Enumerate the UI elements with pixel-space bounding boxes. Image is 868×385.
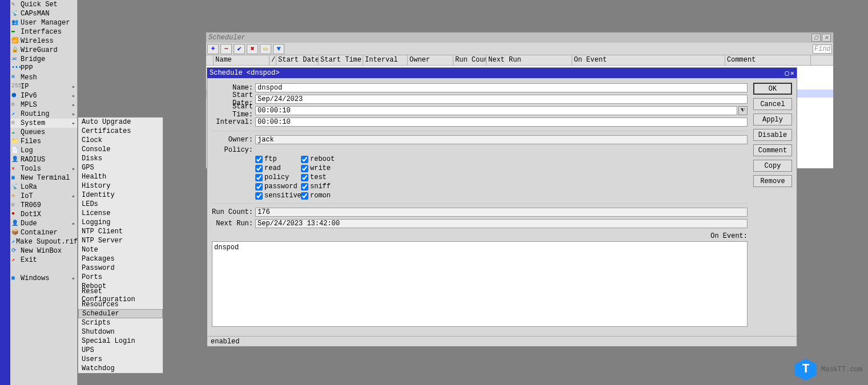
sidebar-item-lora[interactable]: 📡LoRa — [10, 183, 77, 192]
submenu-item-scheduler[interactable]: Scheduler — [78, 309, 163, 318]
sidebar-item-interfaces[interactable]: ▬Interfaces — [10, 27, 77, 37]
comment-action-button[interactable]: Comment — [753, 144, 792, 156]
submenu-item-ups[interactable]: UPS — [78, 346, 163, 355]
policy-write[interactable]: write — [301, 164, 347, 172]
header-/[interactable]: / — [270, 55, 276, 65]
sidebar-item-system[interactable]: ⚙System▸ — [10, 119, 77, 128]
sidebar-item-make-supout.rif[interactable]: ↗Make Supout.rif — [10, 237, 77, 246]
submenu-item-gps[interactable]: GPS — [78, 163, 163, 172]
header-next-run[interactable]: Next Run — [487, 55, 572, 65]
submenu-item-watchdog[interactable]: Watchdog — [78, 364, 163, 373]
sidebar-item-log[interactable]: 📄Log — [10, 146, 77, 155]
sidebar-item-radius[interactable]: 👤RADIUS — [10, 155, 77, 164]
policy-read[interactable]: read — [255, 164, 301, 172]
header-run-count[interactable]: Run Count — [453, 55, 487, 65]
sidebar-item-quick-set[interactable]: ✎Quick Set — [10, 0, 77, 9]
submenu-item-ntp-server[interactable]: NTP Server — [78, 236, 163, 245]
header-comment[interactable]: Comment — [725, 55, 811, 65]
sidebar-item-user-manager[interactable]: 👥User Manager — [10, 18, 77, 27]
apply-button[interactable]: Apply — [753, 114, 792, 125]
submenu-item-auto-upgrade[interactable]: Auto Upgrade — [78, 117, 163, 127]
submenu-item-logging[interactable]: Logging — [78, 218, 163, 227]
policy-romon[interactable]: romon — [301, 192, 347, 200]
submenu-item-console[interactable]: Console — [78, 145, 163, 154]
submenu-item-shutdown[interactable]: Shutdown — [78, 327, 163, 337]
header-blank[interactable] — [206, 55, 214, 65]
on-event-textarea[interactable] — [212, 241, 748, 327]
sidebar-item-container[interactable]: 📦Container — [10, 228, 77, 237]
submenu-item-health[interactable]: Health — [78, 172, 163, 181]
remove-action-button[interactable]: Remove — [753, 175, 792, 187]
header-interval[interactable]: Interval — [363, 55, 408, 65]
sidebar-item-mesh[interactable]: ⌘Mesh — [10, 73, 77, 82]
policy-policy[interactable]: policy — [255, 173, 301, 181]
find-input[interactable] — [813, 44, 832, 54]
minimize-button[interactable]: ▢ — [811, 34, 821, 42]
submenu-item-certificates[interactable]: Certificates — [78, 127, 163, 136]
sidebar-item-mpls[interactable]: ⚙MPLS▸ — [10, 100, 77, 110]
submenu-item-history[interactable]: History — [78, 181, 163, 191]
header-owner[interactable]: Owner — [408, 55, 453, 65]
header-name[interactable]: Name — [214, 55, 270, 65]
comment-button[interactable]: ▭ — [260, 44, 271, 54]
sidebar-item-dot1x[interactable]: ●Dot1X — [10, 210, 77, 219]
disable-button[interactable]: ✖ — [247, 44, 258, 54]
name-input[interactable] — [255, 83, 748, 92]
detail-close-button[interactable]: ✕ — [790, 69, 794, 78]
sidebar-item-queues[interactable]: ☁Queues — [10, 128, 77, 137]
submenu-item-note[interactable]: Note — [78, 245, 163, 254]
submenu-item-users[interactable]: Users — [78, 355, 163, 364]
sidebar-item-iot[interactable]: ⚛IoT▸ — [10, 192, 77, 201]
policy-password[interactable]: password — [255, 183, 301, 191]
submenu-item-leds[interactable]: LEDs — [78, 200, 163, 209]
submenu-item-ports[interactable]: Ports — [78, 273, 163, 282]
sidebar-item-new-winbox[interactable]: ⟳New WinBox — [10, 246, 77, 256]
submenu-item-license[interactable]: License — [78, 209, 163, 218]
interval-input[interactable] — [255, 117, 748, 127]
header-start-time[interactable]: Start Time — [319, 55, 363, 65]
submenu-item-special-login[interactable]: Special Login — [78, 337, 163, 346]
sidebar-item-windows[interactable]: ▣Windows▸ — [10, 274, 77, 283]
submenu-item-password[interactable]: Password — [78, 264, 163, 273]
sidebar-item-dude[interactable]: 👤Dude▸ — [10, 219, 77, 228]
policy-sensitive[interactable]: sensitive — [255, 192, 301, 200]
sidebar-item-routing[interactable]: ↗Routing▸ — [10, 110, 77, 119]
policy-reboot[interactable]: reboot — [301, 155, 347, 163]
start-date-input[interactable] — [255, 95, 748, 104]
filter-button[interactable]: ▼ — [273, 44, 284, 54]
sidebar-item-files[interactable]: 📁Files — [10, 137, 77, 146]
policy-test[interactable]: test — [301, 173, 347, 181]
copy-button[interactable]: Copy — [753, 160, 792, 172]
cancel-button[interactable]: Cancel — [753, 98, 792, 110]
sidebar-item-new-terminal[interactable]: ▣New Terminal — [10, 173, 77, 183]
submenu-item-ntp-client[interactable]: NTP Client — [78, 227, 163, 236]
submenu-item-reset-configuration[interactable]: Reset Configuration — [78, 291, 163, 300]
submenu-item-disks[interactable]: Disks — [78, 154, 163, 163]
sidebar-item-ip[interactable]: 255IP▸ — [10, 82, 77, 91]
close-button[interactable]: ✕ — [822, 34, 831, 42]
sidebar-item-tools[interactable]: ✕Tools▸ — [10, 164, 77, 173]
policy-ftp[interactable]: ftp — [255, 155, 301, 163]
detail-minimize-button[interactable]: ▢ — [785, 69, 789, 78]
sidebar-item-wireguard[interactable]: 🔒WireGuard — [10, 46, 77, 55]
header-on-event[interactable]: On Event — [572, 55, 725, 65]
submenu-item-clock[interactable]: Clock — [78, 136, 163, 145]
sidebar-item-ipv6[interactable]: ⬢IPv6▸ — [10, 91, 77, 100]
ok-button[interactable]: OK — [753, 83, 792, 95]
submenu-item-scripts[interactable]: Scripts — [78, 318, 163, 327]
sidebar-item-bridge[interactable]: ⫘Bridge — [10, 55, 77, 64]
enable-button[interactable]: ✔ — [234, 44, 245, 54]
submenu-item-packages[interactable]: Packages — [78, 254, 163, 264]
add-button[interactable]: + — [207, 44, 219, 54]
sidebar-item-wireless[interactable]: 📶Wireless — [10, 37, 77, 46]
sidebar-item-tr069[interactable]: ⚙TR069 — [10, 201, 77, 210]
sidebar-item-capsman[interactable]: 📡CAPsMAN — [10, 9, 77, 18]
sidebar-item-exit[interactable]: ↗Exit — [10, 256, 77, 265]
start-time-dropdown[interactable]: ⧨ — [738, 106, 748, 115]
disable-action-button[interactable]: Disable — [753, 129, 792, 141]
sidebar-item-ppp[interactable]: •••PPP — [10, 64, 77, 73]
header-start-date[interactable]: Start Date — [276, 55, 319, 65]
remove-button[interactable]: − — [220, 44, 232, 54]
policy-sniff[interactable]: sniff — [301, 183, 347, 191]
submenu-item-identity[interactable]: Identity — [78, 191, 163, 200]
